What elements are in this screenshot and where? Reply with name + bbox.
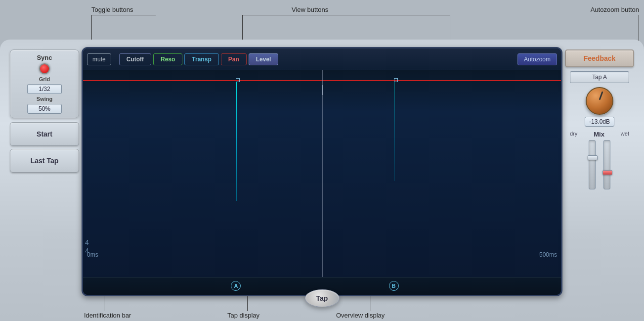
level-button[interactable]: Level <box>249 53 279 65</box>
mix-sliders <box>589 140 610 189</box>
left-panel: Sync Grid 1/32 Swing 50% Start Last Tap <box>5 49 84 301</box>
mix-label: Mix <box>594 131 604 138</box>
view-buttons-annotation: View buttons <box>292 6 328 13</box>
feedback-knob[interactable] <box>586 87 613 115</box>
tap-line-1 <box>236 82 237 201</box>
mix-section: dry Mix wet <box>565 131 634 189</box>
mute-button[interactable]: mute <box>87 53 111 65</box>
b-marker[interactable]: B <box>389 281 399 291</box>
reso-button[interactable]: Reso <box>153 53 182 65</box>
wet-slider-track[interactable] <box>603 140 610 189</box>
grid-value[interactable]: 1/32 <box>27 84 62 94</box>
identification-bar-annotation: Identification bar <box>84 312 131 319</box>
tap-line-2 <box>394 82 395 181</box>
start-lasttap-section: Start Last Tap <box>10 122 79 173</box>
cutoff-button[interactable]: Cutoff <box>119 53 151 65</box>
db-label: -13.0dB <box>585 117 614 127</box>
time-signature: 44 <box>85 238 89 255</box>
wet-label: wet <box>621 131 629 138</box>
toggle-buttons-annotation: Toggle buttons <box>91 6 133 13</box>
feedback-button[interactable]: Feedback <box>565 49 634 67</box>
dry-slider-track[interactable] <box>589 140 596 189</box>
autozoom-button[interactable]: Autozoom <box>517 53 557 65</box>
tap-display-annotation: Tap display <box>227 312 259 319</box>
swing-label: Swing <box>37 96 52 102</box>
dry-slider-thumb[interactable] <box>588 155 598 160</box>
button-bar: mute Cutoff Reso Transp Pan Level Autozo… <box>83 48 561 70</box>
transp-button[interactable]: Transp <box>184 53 218 65</box>
wet-slider-thumb[interactable] <box>602 170 612 175</box>
dry-label: dry <box>570 131 577 138</box>
last-tap-button[interactable]: Last Tap <box>10 149 79 173</box>
swing-value[interactable]: 50% <box>27 104 62 114</box>
main-display: mute Cutoff Reso Transp Pan Level Autozo… <box>82 47 562 296</box>
marker-square-b <box>394 78 398 82</box>
sync-circle[interactable] <box>39 63 50 74</box>
a-marker[interactable]: A <box>231 281 241 291</box>
sync-label: Sync <box>37 54 52 61</box>
time-end-label: 500ms <box>539 251 557 258</box>
marker-square-a <box>236 78 240 82</box>
mix-labels-row: dry Mix wet <box>570 131 629 138</box>
tap-a-label: Tap A <box>570 71 629 83</box>
right-panel: Feedback Tap A -13.0dB dry Mix wet <box>560 49 639 301</box>
knob-container: -13.0dB <box>585 87 614 127</box>
sync-section: Sync Grid 1/32 Swing 50% <box>10 49 79 118</box>
waveform-area: 0ms 500ms 44 <box>83 70 561 277</box>
autozoom-annotation: Autozoom button <box>591 6 639 13</box>
start-button[interactable]: Start <box>10 122 79 146</box>
pan-button[interactable]: Pan <box>221 53 247 65</box>
grid-label: Grid <box>39 76 50 82</box>
overview-display-annotation: Overview display <box>336 312 385 319</box>
tap-button[interactable]: Tap <box>305 289 340 307</box>
overview-line <box>322 70 323 277</box>
